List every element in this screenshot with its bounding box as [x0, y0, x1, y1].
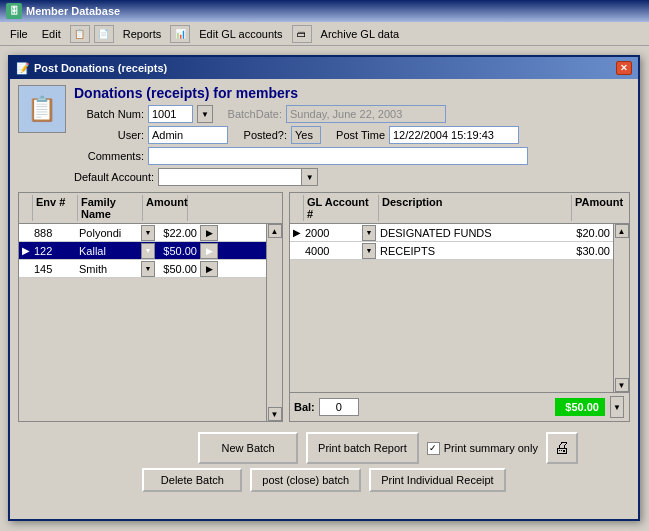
amount-cell: $50.00 [155, 244, 200, 258]
default-account-value [159, 169, 301, 185]
default-account-combo[interactable]: ▼ [158, 168, 318, 186]
scroll-up-btn[interactable]: ▲ [268, 224, 282, 238]
print-icon-button[interactable]: 🖨 [546, 432, 578, 464]
post-donations-dialog: 📝 Post Donations (receipts) ✕ 📋 Donation… [8, 55, 640, 521]
balance-scroll[interactable]: ▼ [609, 396, 625, 418]
scroll-down-btn-right[interactable]: ▼ [615, 378, 629, 392]
user-label: User: [74, 129, 144, 141]
post-time-label: Post Time [325, 129, 385, 141]
left-table-header: Env # Family Name Amount [19, 193, 282, 224]
family-dropdown-1[interactable]: ▼ [141, 243, 155, 259]
table-row[interactable]: ▶ 2000 ▼ DESIGNATED FUNDS $20.00 [290, 224, 613, 242]
gl-cell: 4000 [302, 244, 362, 258]
dialog-title-bar: 📝 Post Donations (receipts) ✕ [10, 57, 638, 79]
user-row: User: Posted?: Yes Post Time [74, 126, 630, 144]
header-section: 📋 Donations (receipts) for members Batch… [18, 85, 630, 188]
batch-num-dropdown[interactable]: ▼ [197, 105, 213, 123]
header-icon: 📋 [18, 85, 66, 133]
posted-label: Posted?: [232, 129, 287, 141]
menu-archive-gl[interactable]: Archive GL data [315, 26, 405, 42]
gl-dropdown-0[interactable]: ▼ [362, 225, 376, 241]
right-th-indicator [292, 195, 304, 221]
button-row-1: New Batch Print batch Report ✓ Print sum… [18, 432, 630, 464]
batch-date-label: BatchDate: [217, 108, 282, 120]
right-th-gl: GL Account # [304, 195, 379, 221]
app-title-bar: 🗄 Member Database [0, 0, 649, 22]
scroll-down-btn[interactable]: ▼ [268, 407, 282, 421]
gl-dropdown-1[interactable]: ▼ [362, 243, 376, 259]
left-scrollbar[interactable]: ▲ ▼ [266, 224, 282, 421]
button-row-2: Delete Batch post (close) batch Print In… [18, 468, 630, 492]
pamount-cell: $20.00 [558, 226, 613, 240]
print-summary-area: ✓ Print summary only [427, 432, 538, 464]
row-indicator [19, 232, 31, 234]
batch-num-input[interactable] [148, 105, 193, 123]
posted-value: Yes [291, 126, 321, 144]
family-cell: Polyondi [76, 226, 141, 240]
delete-batch-button[interactable]: Delete Batch [142, 468, 242, 492]
batch-num-label: Batch Num: [74, 108, 144, 120]
toolbar-icon-1[interactable]: 📋 [70, 25, 90, 43]
user-input[interactable] [148, 126, 228, 144]
toolbar-icon-4[interactable]: 🗃 [292, 25, 312, 43]
amount-cell: $22.00 [155, 226, 200, 240]
batch-date-field: Sunday, June 22, 2003 [286, 105, 446, 123]
pamount-cell: $30.00 [558, 244, 613, 258]
print-summary-checkbox[interactable]: ✓ [427, 442, 440, 455]
print-summary-label: Print summary only [444, 442, 538, 454]
env-cell: 888 [31, 226, 76, 240]
env-cell: 122 [31, 244, 76, 258]
app-icon: 🗄 [6, 3, 22, 19]
toolbar-icon-2[interactable]: 📄 [94, 25, 114, 43]
row-indicator [290, 250, 302, 252]
menu-edit-gl[interactable]: Edit GL accounts [193, 26, 288, 42]
amount-cell: $50.00 [155, 262, 200, 276]
row-nav-btn-2[interactable]: ▶ [200, 261, 218, 277]
left-table-scroll[interactable]: 888 Polyondi ▼ $22.00 ▶ ▶ 122 [19, 224, 266, 421]
dialog-close-button[interactable]: ✕ [616, 61, 632, 75]
balance-label: Bal: [294, 401, 315, 413]
default-account-label: Default Account: [74, 171, 154, 183]
comments-row: Comments: [74, 147, 630, 165]
family-dropdown-2[interactable]: ▼ [141, 261, 155, 277]
right-table-scroll[interactable]: ▶ 2000 ▼ DESIGNATED FUNDS $20.00 [290, 224, 613, 392]
tables-area: Env # Family Name Amount 888 Polyondi [18, 192, 630, 422]
balance-input[interactable] [319, 398, 359, 416]
post-close-batch-button[interactable]: post (close) batch [250, 468, 361, 492]
left-th-env: Env # [33, 195, 78, 221]
balance-scroll-btn[interactable]: ▼ [610, 396, 624, 418]
right-table-container: GL Account # Description PAmount ▶ 2000 … [289, 192, 630, 422]
dialog-icon: 📝 [16, 62, 30, 75]
row-indicator: ▶ [19, 244, 31, 257]
batch-row: Batch Num: ▼ BatchDate: Sunday, June 22,… [74, 105, 630, 123]
comments-input[interactable] [148, 147, 528, 165]
print-batch-report-button[interactable]: Print batch Report [306, 432, 419, 464]
toolbar-icon-3[interactable]: 📊 [170, 25, 190, 43]
row-nav-btn-1[interactable]: ▶ [200, 243, 218, 259]
print-individual-receipt-button[interactable]: Print Individual Receipt [369, 468, 506, 492]
left-th-family: Family Name [78, 195, 143, 221]
menu-reports[interactable]: Reports [117, 26, 168, 42]
batch-date-value: Sunday, June 22, 2003 [290, 108, 402, 120]
default-account-dropdown[interactable]: ▼ [301, 169, 317, 185]
table-row[interactable]: 888 Polyondi ▼ $22.00 ▶ [19, 224, 266, 242]
family-dropdown-0[interactable]: ▼ [141, 225, 155, 241]
right-th-desc: Description [379, 195, 572, 221]
menu-edit[interactable]: Edit [36, 26, 67, 42]
env-cell: 145 [31, 262, 76, 276]
table-row[interactable]: 145 Smith ▼ $50.00 ▶ [19, 260, 266, 278]
row-nav-btn-0[interactable]: ▶ [200, 225, 218, 241]
new-batch-button[interactable]: New Batch [198, 432, 298, 464]
table-row[interactable]: 4000 ▼ RECEIPTS $30.00 [290, 242, 613, 260]
right-scrollbar[interactable]: ▲ ▼ [613, 224, 629, 392]
left-table-container: Env # Family Name Amount 888 Polyondi [18, 192, 283, 422]
post-time-input[interactable] [389, 126, 519, 144]
left-th-indicator [21, 195, 33, 221]
gl-cell: 2000 [302, 226, 362, 240]
desc-cell: DESIGNATED FUNDS [377, 226, 558, 240]
scroll-up-btn-right[interactable]: ▲ [615, 224, 629, 238]
table-row[interactable]: ▶ 122 Kallal ▼ $50.00 ▶ [19, 242, 266, 260]
balance-display: $50.00 [555, 398, 605, 416]
menu-file[interactable]: File [4, 26, 34, 42]
balance-row: Bal: $50.00 ▼ [290, 392, 629, 421]
